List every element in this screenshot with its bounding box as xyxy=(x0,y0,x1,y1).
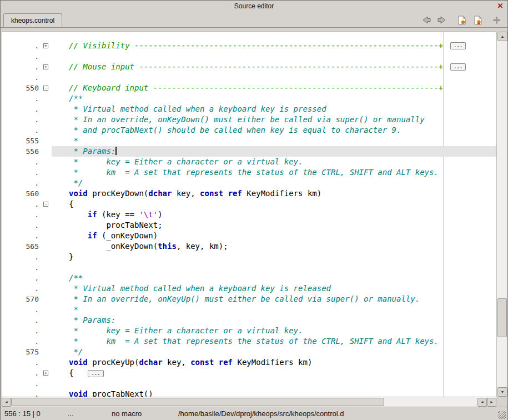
code-text[interactable]: {... xyxy=(52,368,496,378)
code-text[interactable] xyxy=(52,378,496,389)
fold-column[interactable]: - xyxy=(41,83,52,93)
resize-grip[interactable] xyxy=(498,411,506,419)
code-text[interactable]: // Mouse input -------------------------… xyxy=(52,62,496,72)
code-text[interactable]: _onKeyDown(this, key, km); xyxy=(52,241,496,252)
code-editor[interactable]: .+// Visibility ------------------------… xyxy=(2,32,496,397)
save-document-icon[interactable] xyxy=(456,14,467,26)
code-text[interactable]: // Visibility --------------------------… xyxy=(52,41,496,51)
code-line[interactable]: 556 * Params: xyxy=(2,146,496,157)
code-line[interactable]: . * and procTabNext() should be called w… xyxy=(2,125,496,136)
code-text[interactable]: */ xyxy=(52,347,496,357)
collapsed-fold-indicator[interactable]: ... xyxy=(450,42,466,49)
code-line[interactable]: . * xyxy=(2,304,496,315)
code-line[interactable]: . xyxy=(2,262,496,273)
code-line[interactable]: 555 * xyxy=(2,136,496,146)
code-text[interactable]: // Keyboard input ----------------------… xyxy=(52,83,496,93)
fold-expand-icon[interactable]: + xyxy=(43,371,48,376)
collapsed-fold-indicator[interactable]: ... xyxy=(450,63,466,71)
code-text[interactable]: } xyxy=(52,252,496,262)
titlebar[interactable]: Source editor ✕ xyxy=(1,1,507,12)
code-line[interactable]: 565 _onKeyDown(this, key, km); xyxy=(2,241,496,252)
code-line[interactable]: . * km = A set that represents the statu… xyxy=(2,336,496,347)
code-text[interactable]: void procTabNext() xyxy=(52,389,496,397)
code-line[interactable]: .-{ xyxy=(2,199,496,209)
code-text[interactable]: * xyxy=(52,136,496,146)
fold-column[interactable]: + xyxy=(41,368,52,378)
code-line[interactable]: .void procKeyUp(dchar key, const ref Key… xyxy=(2,357,496,368)
code-line[interactable]: . if (key == '\t') xyxy=(2,209,496,220)
code-line[interactable]: .+{... xyxy=(2,368,496,378)
code-text[interactable]: * and procTabNext() should be called whe… xyxy=(52,125,496,136)
code-line[interactable]: .+// Mouse input -----------------------… xyxy=(2,62,496,72)
vertical-scrollbar[interactable]: ▲ ▼ xyxy=(496,32,507,397)
code-line[interactable]: . * In an override, onKeyDown() must eit… xyxy=(2,114,496,125)
vertical-scrollbar-thumb[interactable] xyxy=(497,298,507,337)
code-text[interactable] xyxy=(52,262,496,273)
code-line[interactable]: . * Virtual method called when a keyboar… xyxy=(2,104,496,114)
scroll-left-end-icon[interactable]: ◄ xyxy=(477,398,487,407)
code-line[interactable]: . */ xyxy=(2,178,496,188)
fold-column[interactable]: - xyxy=(41,199,52,209)
code-line[interactable]: . * Params: xyxy=(2,315,496,326)
code-line[interactable]: . procTabNext; xyxy=(2,220,496,231)
code-line[interactable]: .+// Visibility ------------------------… xyxy=(2,41,496,51)
code-line[interactable]: .} xyxy=(2,252,496,262)
fold-column[interactable]: + xyxy=(41,41,52,51)
code-text[interactable]: */ xyxy=(52,178,496,188)
code-text[interactable]: { xyxy=(52,199,496,209)
code-line[interactable]: . * km = A set that represents the statu… xyxy=(2,167,496,178)
code-text[interactable] xyxy=(52,51,496,62)
code-line[interactable]: . xyxy=(2,378,496,389)
code-text[interactable]: * key = Either a character or a virtual … xyxy=(52,326,496,336)
save-document-as-icon[interactable] xyxy=(472,14,484,26)
code-line[interactable]: . * Virtual method called when a keyboar… xyxy=(2,283,496,294)
code-line[interactable]: .void procTabNext() xyxy=(2,389,496,397)
code-line[interactable]: ./** xyxy=(2,93,496,104)
code-line[interactable]: 550-// Keyboard input ------------------… xyxy=(2,83,496,93)
collapsed-fold-indicator[interactable]: ... xyxy=(88,370,103,377)
horizontal-scrollbar[interactable]: ◄ ◄ ► xyxy=(2,397,496,407)
code-text[interactable]: * In an override, onKeyDown() must eithe… xyxy=(52,114,496,125)
code-line[interactable]: . if (_onKeyDown) xyxy=(2,231,496,241)
tab-kheops-control[interactable]: kheops.control xyxy=(3,13,62,27)
horizontal-scrollbar-thumb[interactable] xyxy=(11,398,384,406)
scroll-up-icon[interactable]: ▲ xyxy=(497,32,507,41)
code-text[interactable]: * km = A set that represents the status … xyxy=(52,167,496,178)
code-text[interactable]: * Virtual method called when a keyboard … xyxy=(52,104,496,114)
code-text[interactable]: if (_onKeyDown) xyxy=(52,231,496,241)
code-text[interactable]: * key = Either a character or a virtual … xyxy=(52,157,496,167)
code-text[interactable]: * Params: xyxy=(52,315,496,326)
code-text[interactable]: void procKeyDown(dchar key, const ref Ke… xyxy=(52,188,496,199)
code-text[interactable]: * km = A set that represents the status … xyxy=(52,336,496,347)
code-text[interactable]: * xyxy=(52,304,496,315)
code-text[interactable]: procTabNext; xyxy=(52,220,496,231)
fold-collapse-icon[interactable]: - xyxy=(43,202,48,207)
code-line[interactable]: . xyxy=(2,72,496,83)
detach-editor-icon[interactable] xyxy=(491,14,502,26)
code-text[interactable] xyxy=(52,72,496,83)
code-line[interactable]: . * key = Either a character or a virtua… xyxy=(2,326,496,336)
code-text[interactable]: void procKeyUp(dchar key, const ref KeyM… xyxy=(52,357,496,368)
current-code-text[interactable]: * Params: xyxy=(52,146,496,157)
go-back-icon[interactable] xyxy=(421,14,432,26)
scroll-right-icon[interactable]: ► xyxy=(487,398,496,407)
code-text[interactable]: if (key == '\t') xyxy=(52,209,496,220)
code-line[interactable]: 560void procKeyDown(dchar key, const ref… xyxy=(2,188,496,199)
fold-collapse-icon[interactable]: - xyxy=(43,86,48,91)
code-line[interactable]: ./** xyxy=(2,273,496,283)
close-icon[interactable]: ✕ xyxy=(496,1,505,12)
scroll-down-icon[interactable]: ▼ xyxy=(497,387,507,397)
code-line[interactable]: . xyxy=(2,51,496,62)
fold-expand-icon[interactable]: + xyxy=(43,43,48,48)
code-line[interactable]: 570 * In an override, onKeyUp() must eit… xyxy=(2,294,496,304)
fold-expand-icon[interactable]: + xyxy=(43,64,48,69)
code-text[interactable]: /** xyxy=(52,93,496,104)
code-line[interactable]: 575 */ xyxy=(2,347,496,357)
go-forward-icon[interactable] xyxy=(436,14,447,26)
fold-column[interactable]: + xyxy=(41,62,52,72)
scroll-left-icon[interactable]: ◄ xyxy=(2,398,11,407)
code-text[interactable]: * In an override, onKeyUp() must either … xyxy=(52,294,496,304)
code-text[interactable]: * Virtual method called when a keyboard … xyxy=(52,283,496,294)
code-text[interactable]: /** xyxy=(52,273,496,283)
code-line[interactable]: . * key = Either a character or a virtua… xyxy=(2,157,496,167)
